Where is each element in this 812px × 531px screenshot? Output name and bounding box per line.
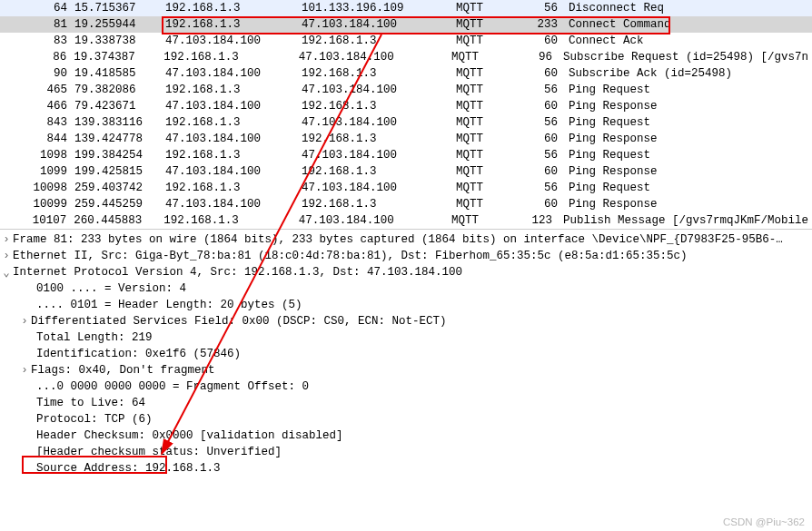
chevron-right-icon[interactable]: ›: [18, 364, 31, 377]
packet-length: 60: [525, 100, 561, 113]
packet-dst: 192.168.1.3: [298, 133, 452, 145]
packet-info: Ping Response: [561, 133, 812, 145]
packet-protocol: MQTT: [452, 198, 525, 211]
tree-ethernet[interactable]: ›Ethernet II, Src: Giga-Byt_78:ba:81 (18…: [0, 248, 812, 264]
packet-protocol: MQTT: [452, 67, 525, 80]
tree-ip-checkstat[interactable]: [Header checksum status: Unverified]: [0, 444, 812, 460]
frame-summary: Frame 81: 233 bytes on wire (1864 bits),…: [13, 233, 783, 246]
packet-src: 192.168.1.3: [162, 84, 298, 96]
chevron-right-icon[interactable]: ›: [18, 315, 31, 328]
packet-list: 6415.715367192.168.1.3101.133.196.109MQT…: [0, 0, 812, 229]
packet-info: Connect Ack: [561, 34, 812, 47]
tree-ip-protocol[interactable]: Protocol: TCP (6): [0, 411, 812, 428]
packet-time: 199.425815: [71, 165, 162, 178]
packet-dst: 101.133.196.109: [298, 2, 452, 15]
tree-ipv4[interactable]: ⌄Internet Protocol Version 4, Src: 192.1…: [0, 264, 812, 280]
packet-no: 83: [0, 34, 71, 47]
tree-ip-dsf[interactable]: ›Differentiated Services Field: 0x00 (DS…: [0, 313, 812, 329]
packet-no: 90: [0, 67, 71, 80]
packet-dst: 192.168.1.3: [298, 165, 452, 178]
tree-ip-totlen[interactable]: Total Length: 219: [0, 329, 812, 346]
tree-ip-checksum[interactable]: Header Checksum: 0x0000 [validation disa…: [0, 428, 812, 444]
packet-time: 79.423671: [71, 100, 162, 113]
ip-flags: Flags: 0x40, Don't fragment: [31, 364, 215, 377]
packet-row[interactable]: 6415.715367192.168.1.3101.133.196.109MQT…: [0, 0, 812, 16]
packet-row[interactable]: 843139.383116192.168.1.347.103.184.100MQ…: [0, 114, 812, 131]
packet-row[interactable]: 10107260.445883192.168.1.347.103.184.100…: [0, 212, 812, 229]
packet-details-pane: ›Frame 81: 233 bytes on wire (1864 bits)…: [0, 230, 812, 477]
packet-time: 139.424778: [71, 133, 162, 145]
packet-time: 259.403742: [71, 182, 162, 194]
packet-protocol: MQTT: [452, 18, 525, 31]
packet-dst: 47.103.184.100: [298, 84, 452, 96]
chevron-right-icon[interactable]: ›: [0, 250, 13, 262]
ip-header-length: .... 0101 = Header Length: 20 bytes (5): [36, 299, 302, 311]
packet-no: 1098: [0, 149, 71, 162]
packet-info: Ping Response: [561, 165, 812, 178]
packet-row[interactable]: 8619.374387192.168.1.347.103.184.100MQTT…: [0, 49, 812, 65]
packet-row[interactable]: 1098199.384254192.168.1.347.103.184.100M…: [0, 147, 812, 163]
packet-dst: 47.103.184.100: [298, 149, 452, 162]
chevron-right-icon[interactable]: ›: [0, 233, 13, 246]
packet-dst: 192.168.1.3: [298, 34, 452, 47]
packet-protocol: MQTT: [448, 51, 520, 64]
packet-protocol: MQTT: [452, 34, 525, 47]
tree-ip-version[interactable]: 0100 .... = Version: 4: [0, 280, 812, 297]
packet-no: 86: [0, 51, 70, 64]
ip-dsf: Differentiated Services Field: 0x00 (DSC…: [31, 315, 447, 328]
packet-src: 192.168.1.3: [162, 182, 298, 194]
tree-ip-fragoff[interactable]: ...0 0000 0000 0000 = Fragment Offset: 0: [0, 379, 812, 395]
tree-ip-ttl[interactable]: Time to Live: 64: [0, 395, 812, 411]
tree-ip-srcaddr[interactable]: Source Address: 192.168.1.3: [0, 460, 812, 477]
packet-no: 81: [0, 18, 71, 31]
packet-src: 192.168.1.3: [162, 149, 298, 162]
packet-src: 47.103.184.100: [162, 34, 298, 47]
packet-time: 15.715367: [71, 2, 162, 15]
packet-length: 96: [520, 51, 556, 64]
chevron-down-icon[interactable]: ⌄: [0, 265, 13, 280]
packet-time: 19.255944: [71, 18, 162, 31]
tree-ip-hlen[interactable]: .... 0101 = Header Length: 20 bytes (5): [0, 297, 812, 313]
ip-total-length: Total Length: 219: [36, 331, 153, 344]
packet-src: 47.103.184.100: [162, 100, 298, 113]
packet-protocol: MQTT: [452, 2, 525, 15]
packet-no: 465: [0, 84, 71, 96]
packet-src: 192.168.1.3: [162, 116, 298, 129]
packet-row[interactable]: 844139.42477847.103.184.100192.168.1.3MQ…: [0, 131, 812, 147]
packet-info: Ping Request: [561, 149, 812, 162]
packet-protocol: MQTT: [452, 182, 525, 194]
packet-time: 139.383116: [71, 116, 162, 129]
packet-length: 60: [525, 165, 561, 178]
tree-ip-flags[interactable]: ›Flags: 0x40, Don't fragment: [0, 362, 812, 379]
packet-src: 47.103.184.100: [162, 198, 298, 211]
packet-row[interactable]: 8119.255944192.168.1.347.103.184.100MQTT…: [0, 16, 812, 33]
packet-row[interactable]: 1099199.42581547.103.184.100192.168.1.3M…: [0, 163, 812, 180]
ip-version: 0100 .... = Version: 4: [36, 282, 186, 295]
packet-protocol: MQTT: [452, 165, 525, 178]
packet-no: 64: [0, 2, 71, 15]
tree-ip-ident[interactable]: Identification: 0xe1f6 (57846): [0, 346, 812, 362]
packet-info: Ping Request: [561, 84, 812, 96]
packet-info: Disconnect Req: [561, 2, 812, 15]
packet-info: Ping Response: [561, 100, 812, 113]
packet-dst: 192.168.1.3: [298, 198, 452, 211]
packet-row[interactable]: 10099259.44525947.103.184.100192.168.1.3…: [0, 196, 812, 212]
packet-dst: 47.103.184.100: [298, 182, 452, 194]
packet-time: 19.338738: [71, 34, 162, 47]
ip-ttl: Time to Live: 64: [36, 397, 145, 409]
packet-time: 19.418585: [71, 67, 162, 80]
packet-row[interactable]: 8319.33873847.103.184.100192.168.1.3MQTT…: [0, 33, 812, 49]
packet-row[interactable]: 46679.42367147.103.184.100192.168.1.3MQT…: [0, 98, 812, 114]
packet-protocol: MQTT: [452, 84, 525, 96]
packet-length: 60: [525, 34, 561, 47]
tree-frame[interactable]: ›Frame 81: 233 bytes on wire (1864 bits)…: [0, 231, 812, 248]
ip-checksum-status: [Header checksum status: Unverified]: [36, 446, 282, 458]
packet-row[interactable]: 9019.41858547.103.184.100192.168.1.3MQTT…: [0, 65, 812, 82]
packet-row[interactable]: 46579.382086192.168.1.347.103.184.100MQT…: [0, 82, 812, 98]
packet-dst: 47.103.184.100: [295, 214, 448, 227]
packet-info: Publish Message [/gvs7rmqJKmF/Mobile: [556, 214, 812, 227]
packet-no: 10107: [0, 214, 70, 227]
ip-identification: Identification: 0xe1f6 (57846): [36, 348, 241, 360]
packet-row[interactable]: 10098259.403742192.168.1.347.103.184.100…: [0, 180, 812, 196]
packet-no: 843: [0, 116, 71, 129]
